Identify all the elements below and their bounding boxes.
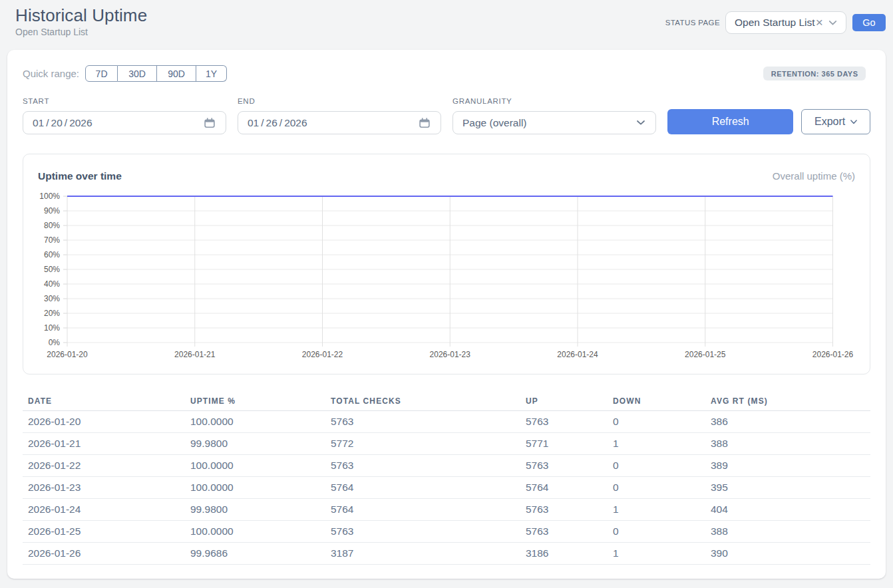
svg-text:50%: 50% — [44, 265, 60, 274]
svg-text:100%: 100% — [39, 192, 60, 201]
svg-text:60%: 60% — [44, 250, 60, 259]
svg-text:2026-01-24: 2026-01-24 — [557, 350, 598, 359]
svg-text:70%: 70% — [44, 235, 60, 245]
svg-text:10%: 10% — [44, 323, 60, 333]
svg-text:40%: 40% — [44, 279, 60, 289]
svg-text:90%: 90% — [44, 206, 60, 216]
svg-text:2026-01-22: 2026-01-22 — [302, 350, 343, 359]
svg-text:Uptime over time: Uptime over time — [38, 170, 122, 182]
svg-text:2026-01-21: 2026-01-21 — [174, 350, 216, 359]
svg-text:0%: 0% — [49, 338, 61, 347]
svg-text:Overall uptime (%): Overall uptime (%) — [773, 170, 855, 182]
svg-text:2026-01-25: 2026-01-25 — [685, 350, 726, 359]
svg-text:30%: 30% — [44, 294, 60, 303]
svg-text:80%: 80% — [44, 221, 60, 230]
svg-text:2026-01-23: 2026-01-23 — [430, 350, 471, 359]
svg-text:2026-01-26: 2026-01-26 — [812, 350, 854, 359]
svg-text:20%: 20% — [44, 309, 60, 318]
svg-text:2026-01-20: 2026-01-20 — [47, 350, 88, 359]
